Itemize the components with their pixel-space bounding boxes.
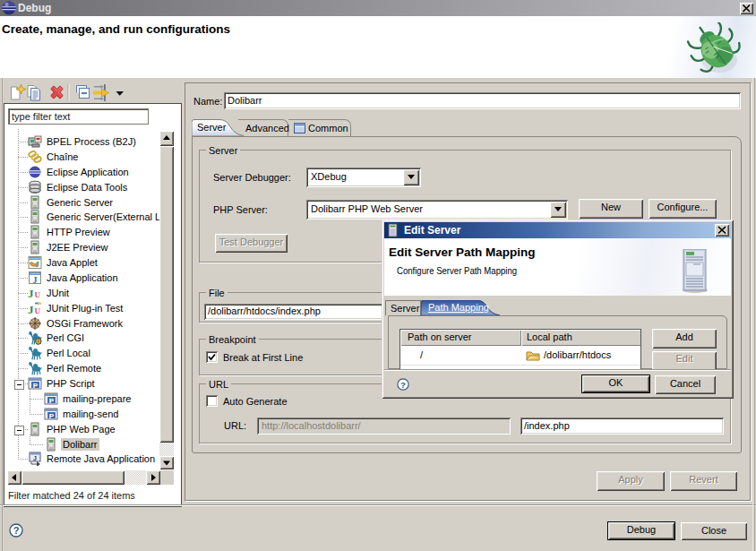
svg-text:U: U <box>35 290 41 299</box>
svg-text:?: ? <box>13 525 20 536</box>
svg-text:P: P <box>49 397 55 405</box>
svg-text:J: J <box>28 287 34 300</box>
svg-text:J: J <box>35 260 39 269</box>
svg-text:J: J <box>28 303 34 315</box>
svg-text:P: P <box>33 382 39 390</box>
svg-text:P: P <box>49 412 55 420</box>
svg-text:?: ? <box>400 380 406 390</box>
svg-text:J: J <box>33 455 37 461</box>
svg-text:U: U <box>35 306 41 315</box>
svg-text:J: J <box>33 275 38 285</box>
